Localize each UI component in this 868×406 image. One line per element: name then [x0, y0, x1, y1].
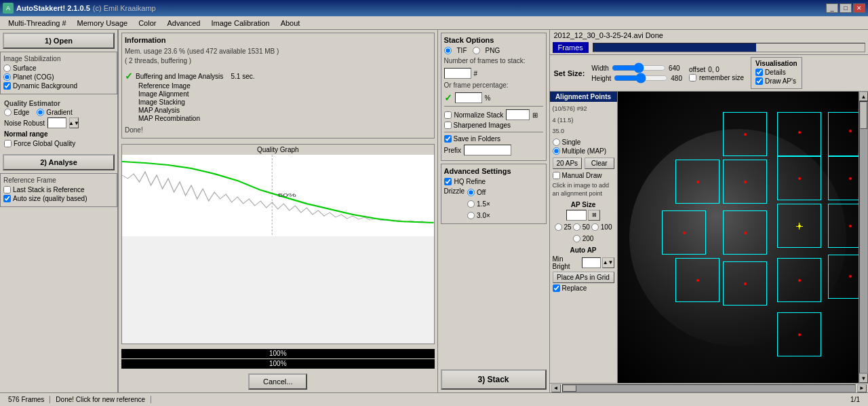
details-checkbox[interactable] — [755, 69, 763, 76]
drizzle-30-radio[interactable] — [467, 212, 475, 219]
quality-graph-container: Quality Graph 50% — [121, 144, 435, 344]
force-global-checkbox[interactable] — [4, 140, 12, 147]
ap-dot-11 — [696, 279, 699, 282]
ap-dot-7 — [849, 177, 852, 180]
height-slider[interactable] — [614, 73, 668, 83]
frames-row: 100 # — [444, 68, 543, 79]
h-scroll-thumb[interactable] — [563, 385, 576, 392]
normalize-value-input[interactable]: 75% — [506, 109, 530, 120]
save-folders-checkbox[interactable] — [444, 135, 452, 143]
auto-size-checkbox[interactable] — [3, 195, 11, 202]
title-bar-left: A AutoStakkert! 2.1.0.5 (c) Emil Kraaika… — [3, 3, 156, 14]
edge-radio[interactable] — [4, 109, 12, 116]
size-100-radio[interactable] — [591, 223, 599, 231]
normalize-label: Normalize Stack — [454, 111, 504, 119]
scroll-left-btn[interactable]: ◄ — [551, 384, 561, 392]
svg-text:50%: 50% — [278, 192, 296, 198]
cancel-button[interactable]: Cancel... — [248, 373, 307, 390]
replace-checkbox[interactable] — [553, 284, 560, 292]
png-radio[interactable] — [473, 47, 480, 54]
expand-icon: ⊞ — [532, 111, 538, 119]
menu-multithreading[interactable]: Multi-Threading # — [3, 18, 72, 29]
progress-label-4: MAP Analysis — [138, 107, 180, 114]
sharpen-label: Sharpened Images — [454, 122, 511, 129]
gradient-radio[interactable] — [37, 109, 44, 116]
status-page: 1/1 — [845, 396, 865, 403]
drizzle-15-radio[interactable] — [467, 200, 475, 208]
remember-size-checkbox[interactable] — [689, 74, 696, 81]
main-content: 1) Open Image Stabilization Surface Plan… — [0, 30, 868, 392]
hash-symbol: # — [474, 70, 478, 77]
v-scroll-thumb[interactable] — [860, 102, 867, 129]
hq-refine-label: HQ Refine — [454, 178, 486, 185]
menu-image-calibration[interactable]: Image Calibration — [205, 18, 275, 29]
image-stabilization-group: Image Stabilization Surface Planet (COG)… — [0, 52, 117, 94]
ap-info-1: (10/576) #92 — [553, 105, 614, 113]
surface-row: Surface — [3, 64, 114, 72]
size-200-radio[interactable] — [573, 235, 580, 242]
ap-multiple-radio[interactable] — [553, 147, 560, 155]
done-text: Done! — [125, 126, 431, 135]
scroll-down-btn[interactable]: ▼ — [859, 373, 868, 383]
telescope-image[interactable] — [618, 92, 859, 383]
progress-bar-1-text: 100% — [121, 349, 435, 358]
progress-item-5: MAP Recombination — [125, 115, 431, 122]
noise-spinner[interactable]: ▲▼ — [69, 117, 79, 128]
progress-item-0: ✓ Buffering and Image Analysis 5.1 sec. — [125, 71, 431, 81]
open-button[interactable]: 1) Open — [3, 33, 115, 49]
last-stack-row: Last Stack is Reference — [3, 186, 114, 193]
menu-about[interactable]: About — [275, 18, 306, 29]
maximize-button[interactable]: □ — [840, 3, 852, 13]
ap-size-spinner[interactable]: ⊠ — [588, 210, 600, 221]
replace-label: Replace — [562, 284, 587, 292]
size-50-radio[interactable] — [573, 223, 580, 231]
quality-estimator-title: Quality Estimator — [4, 100, 113, 107]
sharpen-checkbox[interactable] — [444, 122, 452, 129]
scroll-right-btn[interactable]: ► — [857, 384, 867, 392]
min-bright-spinner[interactable]: ▲▼ — [602, 257, 614, 268]
tif-radio[interactable] — [444, 47, 452, 54]
num-frames-input[interactable]: 100 — [444, 68, 471, 79]
min-bright-input[interactable]: 30 — [582, 257, 601, 268]
frames-tab[interactable]: Frames — [553, 42, 589, 53]
image-title-bar: 2012_12_30_0-3-25-24.avi Done — [550, 30, 869, 41]
manual-draw-checkbox[interactable] — [553, 172, 560, 179]
ap-multiple-label: Multiple (MAP) — [562, 147, 607, 155]
size-25-radio[interactable] — [555, 223, 562, 231]
normalize-row: Normalize Stack 75% ⊞ — [444, 109, 543, 120]
frame-percent-input[interactable]: 50 — [455, 92, 482, 103]
prefix-input[interactable] — [464, 145, 511, 155]
surface-radio[interactable] — [3, 64, 11, 72]
advanced-settings-section: Advanced Settings HQ Refine Drizzle Off — [441, 164, 547, 224]
menu-memory[interactable]: Memory Usage — [72, 18, 134, 29]
frame-percent-row: ✓ 50 % — [444, 92, 543, 103]
noise-input[interactable]: 4 — [47, 117, 66, 128]
width-slider[interactable] — [612, 63, 666, 73]
ap-size-input[interactable]: 60 — [566, 210, 587, 221]
left-panel: 1) Open Image Stabilization Surface Plan… — [0, 30, 119, 392]
normalize-checkbox[interactable] — [444, 111, 452, 119]
hq-refine-checkbox[interactable] — [444, 178, 452, 185]
ap-count-button[interactable]: 20 APs — [553, 158, 583, 169]
last-stack-checkbox[interactable] — [3, 186, 11, 193]
stack-button[interactable]: 3) Stack — [441, 369, 547, 390]
clear-button[interactable]: Clear — [585, 158, 614, 169]
minimize-button[interactable]: _ — [826, 3, 838, 13]
ap-dot-active — [798, 225, 801, 227]
menu-color[interactable]: Color — [133, 18, 161, 29]
place-ap-button[interactable]: Place APs in Grid — [553, 272, 614, 283]
set-size-label: Set Size: — [554, 69, 585, 77]
scroll-up-btn[interactable]: ▲ — [859, 92, 868, 101]
status-bar: 576 Frames Done! Click for new reference… — [0, 392, 868, 406]
draw-aps-checkbox[interactable] — [755, 77, 763, 85]
close-button[interactable]: ✕ — [853, 3, 865, 13]
ap-single-radio[interactable] — [553, 139, 560, 146]
quality-graph-title: Quality Graph — [122, 145, 434, 155]
planet-radio[interactable] — [3, 73, 11, 81]
drizzle-off-radio[interactable] — [467, 189, 475, 196]
menu-advanced[interactable]: Advanced — [161, 18, 205, 29]
offset-label: offset — [689, 66, 705, 73]
dynamic-bg-checkbox[interactable] — [3, 82, 11, 90]
analyse-button[interactable]: 2) Analyse — [3, 154, 115, 170]
drizzle-30-row: 3.0× — [467, 212, 490, 219]
